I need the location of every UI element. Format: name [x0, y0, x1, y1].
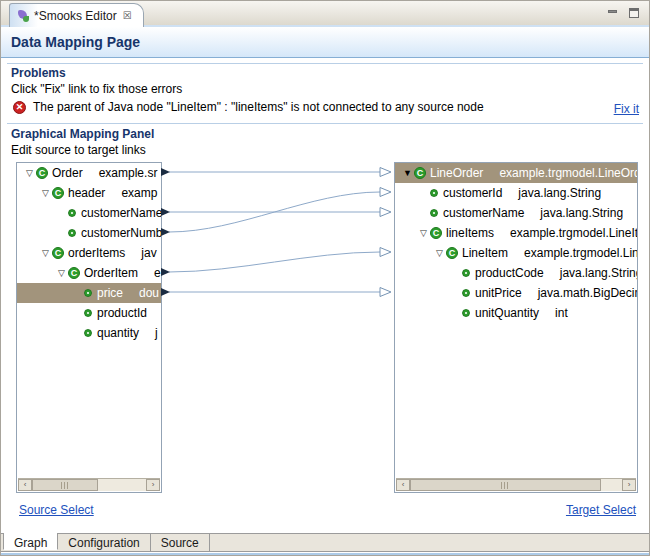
tree-node-label: productCode — [475, 266, 544, 280]
close-icon[interactable]: ☒ — [122, 10, 133, 21]
java-field-icon — [462, 289, 470, 297]
error-icon: ✕ — [13, 101, 26, 114]
java-class-icon: C — [430, 227, 442, 239]
maximize-icon[interactable] — [629, 8, 639, 18]
page-title: Data Mapping Page — [11, 34, 140, 50]
tree-node-label: OrderItem — [84, 266, 138, 280]
problems-section-title: Problems — [11, 66, 66, 80]
target-row-LineItem[interactable]: ▽CLineItemexample.trgmodel.Line — [395, 243, 637, 263]
tree-node-label: LineItem — [462, 246, 508, 260]
source-row-orderItems[interactable]: ▽CorderItemsjav — [17, 243, 161, 263]
tree-node-type: java.lang.String — [560, 266, 637, 280]
expand-arrow-icon[interactable]: ▽ — [55, 268, 68, 278]
fix-it-link[interactable]: Fix it — [614, 102, 639, 116]
expand-arrow-icon[interactable]: ▽ — [39, 188, 52, 198]
java-class-icon: C — [68, 267, 80, 279]
target-row-unitQuantity[interactable]: unitQuantityint — [395, 303, 637, 323]
source-horizontal-scrollbar[interactable]: ‹ › — [18, 478, 160, 491]
tree-node-label: productId — [97, 306, 147, 320]
java-field-icon — [68, 209, 76, 217]
section-separator — [7, 123, 643, 124]
error-message: The parent of Java node "LineItem" : "li… — [33, 100, 484, 114]
expand-arrow-icon[interactable]: ▽ — [23, 168, 36, 178]
bottom-tabs: GraphConfigurationSource — [1, 533, 649, 552]
bottom-tab-graph[interactable]: Graph — [3, 533, 58, 550]
target-connector-arrow-icon — [380, 248, 391, 257]
connection-line-customerNumber-to-customerId[interactable] — [169, 192, 380, 232]
tree-node-type: e — [154, 266, 161, 280]
source-row-price[interactable]: pricedou — [17, 283, 161, 303]
tree-node-type: example.trgmodel.LineOrde — [499, 166, 637, 180]
expand-arrow-icon[interactable]: ▼ — [401, 168, 414, 178]
scrollbar-grip-icon — [501, 482, 509, 489]
target-row-productCode[interactable]: productCodejava.lang.String — [395, 263, 637, 283]
scrollbar-track[interactable] — [32, 479, 146, 491]
tree-node-type: example.trgmodel.LineIte — [510, 226, 637, 240]
source-row-OrderItem[interactable]: ▽COrderIteme — [17, 263, 161, 283]
tree-node-label: orderItems — [68, 246, 125, 260]
source-connector-arrow-icon — [161, 268, 170, 276]
problem-entry: ✕ The parent of Java node "LineItem" : "… — [13, 100, 484, 114]
bottom-tab-bar: GraphConfigurationSource — [1, 533, 649, 556]
scrollbar-track[interactable] — [410, 479, 622, 491]
source-row-customerName[interactable]: customerName — [17, 203, 161, 223]
scroll-right-icon[interactable]: › — [622, 479, 636, 491]
tree-node-type: java.lang.String — [540, 206, 623, 220]
scrollbar-thumb[interactable] — [410, 479, 601, 491]
tree-node-type: java.math.BigDecim — [538, 286, 637, 300]
target-horizontal-scrollbar[interactable]: ‹ › — [396, 478, 636, 491]
java-class-icon: C — [36, 167, 48, 179]
scrollbar-thumb[interactable] — [32, 479, 98, 491]
tree-node-type: examp — [121, 186, 157, 200]
java-class-icon: C — [414, 167, 426, 179]
source-tree-panel: ▽COrderexample.sr▽CheaderexampcustomerNa… — [16, 162, 162, 493]
java-field-icon — [84, 289, 92, 297]
tree-node-label: header — [68, 186, 105, 200]
java-field-icon — [430, 189, 438, 197]
scrollbar-grip-icon — [61, 482, 69, 489]
target-row-customerName[interactable]: customerNamejava.lang.String — [395, 203, 637, 223]
source-row-quantity[interactable]: quantityj — [17, 323, 161, 343]
scroll-left-icon[interactable]: ‹ — [396, 479, 410, 491]
expand-arrow-icon[interactable]: ▽ — [417, 228, 430, 238]
tree-node-label: lineItems — [446, 226, 494, 240]
expand-arrow-icon[interactable]: ▽ — [433, 248, 446, 258]
java-field-icon — [430, 209, 438, 217]
source-connector-arrow-icon — [161, 288, 170, 296]
bottom-tab-source[interactable]: Source — [151, 534, 210, 551]
tree-node-label: customerId — [443, 186, 502, 200]
smooks-editor-icon — [16, 9, 29, 22]
tree-node-label: quantity — [97, 326, 139, 340]
tree-node-label: unitPrice — [475, 286, 522, 300]
target-row-unitPrice[interactable]: unitPricejava.math.BigDecim — [395, 283, 637, 303]
tree-node-type: example.sr — [99, 166, 158, 180]
source-row-customerNumber[interactable]: customerNumber — [17, 223, 161, 243]
expand-arrow-icon[interactable]: ▽ — [39, 248, 52, 258]
connection-line-OrderItem-to-LineItem[interactable] — [169, 252, 380, 272]
source-row-header[interactable]: ▽Cheaderexamp — [17, 183, 161, 203]
source-connector-arrow-icon — [161, 208, 170, 216]
target-row-lineItems[interactable]: ▽ClineItemsexample.trgmodel.LineIte — [395, 223, 637, 243]
java-class-icon: C — [446, 247, 458, 259]
tree-node-label: LineOrder — [430, 166, 483, 180]
source-select-link[interactable]: Source Select — [19, 503, 94, 517]
tree-node-type: j — [155, 326, 158, 340]
target-row-customerId[interactable]: customerIdjava.lang.String — [395, 183, 637, 203]
target-select-link[interactable]: Target Select — [566, 503, 636, 517]
java-field-icon — [68, 229, 76, 237]
java-field-icon — [84, 309, 92, 317]
section-separator — [7, 63, 643, 64]
tab-title: *Smooks Editor — [34, 9, 117, 23]
source-row-productId[interactable]: productId — [17, 303, 161, 323]
tab-smooks-editor[interactable]: *Smooks Editor ☒ — [9, 3, 144, 27]
mapping-section-title: Graphical Mapping Panel — [11, 127, 154, 141]
target-tree: ▼CLineOrderexample.trgmodel.LineOrdecust… — [395, 163, 637, 478]
target-row-LineOrder[interactable]: ▼CLineOrderexample.trgmodel.LineOrde — [395, 163, 637, 183]
source-row-Order[interactable]: ▽COrderexample.sr — [17, 163, 161, 183]
minimize-icon[interactable] — [608, 10, 617, 13]
tree-node-type: int — [555, 306, 568, 320]
bottom-tab-configuration[interactable]: Configuration — [58, 534, 150, 551]
scroll-left-icon[interactable]: ‹ — [18, 479, 32, 491]
java-field-icon — [84, 329, 92, 337]
scroll-right-icon[interactable]: › — [146, 479, 160, 491]
